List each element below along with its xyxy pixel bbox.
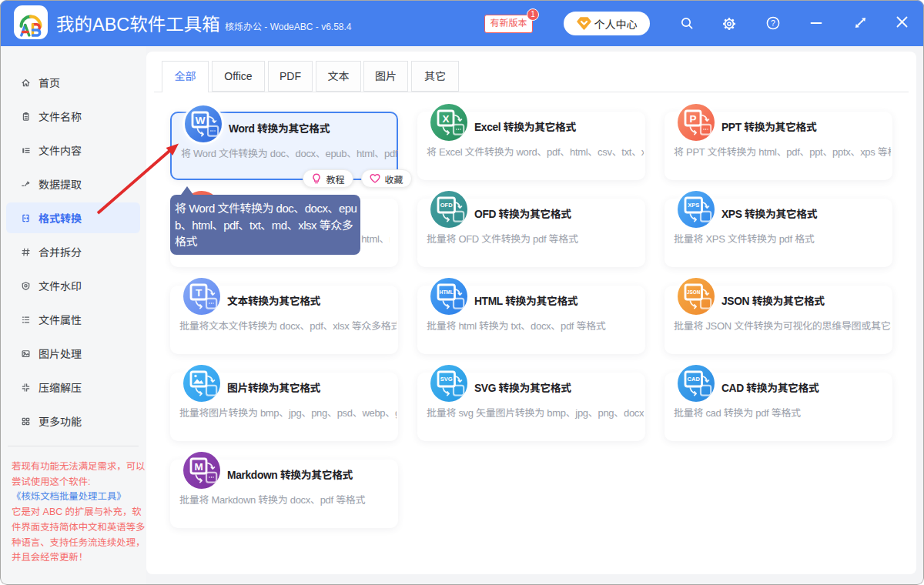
svg-text:?: ? bbox=[771, 18, 775, 28]
svg-text:JSON: JSON bbox=[687, 289, 701, 295]
svg-text:HTML: HTML bbox=[440, 289, 454, 295]
svg-text:SVG: SVG bbox=[440, 376, 453, 383]
svg-text:OFD: OFD bbox=[440, 202, 453, 209]
svg-text:CAD: CAD bbox=[688, 376, 701, 383]
svg-text:X: X bbox=[442, 113, 449, 125]
svg-text:T: T bbox=[196, 287, 203, 299]
svg-text:P: P bbox=[689, 113, 696, 125]
svg-text:XPS: XPS bbox=[688, 202, 699, 209]
svg-text:M: M bbox=[194, 461, 203, 473]
svg-text:W: W bbox=[196, 115, 206, 126]
